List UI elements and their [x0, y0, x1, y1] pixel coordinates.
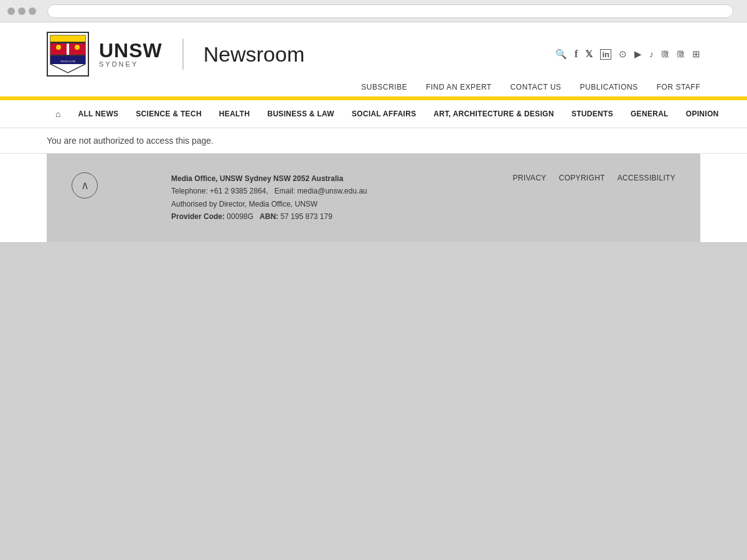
- abn-label: ABN:: [260, 212, 278, 221]
- footer-logo-col: ∧: [72, 172, 146, 211]
- contact-us-link[interactable]: CONTACT US: [510, 83, 561, 91]
- weibo-icon[interactable]: 微: [677, 49, 685, 60]
- top-nav: SUBSCRIBE FIND AN EXPERT CONTACT US PUBL…: [0, 83, 747, 96]
- wechat-icon[interactable]: 微: [661, 49, 669, 60]
- instagram-icon[interactable]: ⊙: [619, 49, 627, 60]
- svg-point-4: [56, 45, 61, 50]
- cat-science-tech[interactable]: SCIENCE & TECH: [127, 101, 210, 127]
- svg-rect-0: [50, 35, 85, 42]
- browser-chrome: [0, 0, 747, 22]
- cat-social-affairs[interactable]: SOCIAL AFFAIRS: [343, 101, 425, 127]
- svg-point-5: [75, 45, 80, 50]
- email-label: Email:: [275, 187, 295, 195]
- logo-text: UNSW SYDNEY: [99, 40, 162, 68]
- page-background: [0, 242, 747, 491]
- scroll-top-icon[interactable]: ∧: [72, 172, 98, 198]
- telephone-number: +61 2 9385 2864,: [210, 187, 268, 195]
- provider-label: Provider Code:: [171, 212, 225, 221]
- cat-all-news[interactable]: ALL NEWS: [69, 101, 127, 127]
- svg-rect-1: [50, 42, 85, 44]
- auth-message-text: You are not authorized to access this pa…: [47, 136, 214, 146]
- tiktok-icon[interactable]: ♪: [649, 49, 654, 59]
- youtube-icon[interactable]: ▶: [634, 49, 642, 60]
- header-divider: [182, 39, 184, 70]
- footer-links: PRIVACY COPYRIGHT ACCESSIBILITY: [513, 172, 675, 182]
- url-bar[interactable]: [47, 4, 733, 18]
- footer-section: ∧ Media Office, UNSW Sydney NSW 2052 Aus…: [47, 154, 700, 242]
- authorised-by: Authorised by Director, Media Office, UN…: [171, 200, 317, 208]
- cat-opinion[interactable]: OPINION: [677, 101, 728, 127]
- category-nav: ⌂ ALL NEWS SCIENCE & TECH HEALTH BUSINES…: [0, 100, 747, 128]
- provider-code: 00098G: [227, 212, 253, 221]
- cat-students[interactable]: STUDENTS: [563, 101, 622, 127]
- logo-sydney-text: SYDNEY: [99, 60, 162, 68]
- search-icon[interactable]: 🔍: [555, 49, 567, 60]
- browser-controls: [7, 7, 36, 15]
- cat-health[interactable]: HEALTH: [210, 101, 259, 127]
- publications-link[interactable]: PUBLICATIONS: [580, 83, 638, 91]
- cat-art-architecture[interactable]: ART, ARCHITECTURE & DESIGN: [425, 101, 563, 127]
- up-arrow-icon: ∧: [81, 179, 89, 192]
- svg-text:SIGILLUM: SIGILLUM: [60, 60, 75, 63]
- email-address: media@unsw.edu.au: [298, 187, 367, 195]
- unsw-shield-logo[interactable]: SIGILLUM: [47, 32, 89, 77]
- home-icon[interactable]: ⌂: [47, 100, 69, 128]
- site-header: SIGILLUM UNSW SYDNEY Newsroom 🔍 f 𝕏 in ⊙…: [0, 22, 747, 83]
- accessibility-link[interactable]: ACCESSIBILITY: [618, 174, 675, 182]
- footer-info: Media Office, UNSW Sydney NSW 2052 Austr…: [171, 172, 488, 223]
- twitter-icon[interactable]: 𝕏: [585, 49, 593, 60]
- copyright-link[interactable]: COPYRIGHT: [559, 174, 605, 182]
- logo-unsw-text: UNSW: [99, 40, 162, 60]
- privacy-link[interactable]: PRIVACY: [513, 174, 547, 182]
- telephone-label: Telephone:: [171, 187, 208, 195]
- office-name: Media Office, UNSW Sydney NSW 2052 Austr…: [171, 174, 343, 183]
- abn-number: 57 195 873 179: [280, 212, 332, 221]
- logo-section: SIGILLUM UNSW SYDNEY Newsroom: [47, 32, 304, 77]
- cat-business-law[interactable]: BUSINESS & LAW: [258, 101, 343, 127]
- browser-dot-close: [7, 7, 15, 15]
- newsroom-title: Newsroom: [204, 42, 304, 67]
- linkedin-icon[interactable]: in: [600, 49, 611, 60]
- for-staff-link[interactable]: FOR STAFF: [657, 83, 700, 91]
- cat-general[interactable]: GENERAL: [622, 101, 677, 127]
- header-social-icons: 🔍 f 𝕏 in ⊙ ▶ ♪ 微 微 ⊞: [555, 49, 700, 60]
- svg-rect-6: [50, 55, 85, 56]
- subscribe-link[interactable]: SUBSCRIBE: [361, 83, 407, 91]
- browser-dot-min: [18, 7, 26, 15]
- auth-message: You are not authorized to access this pa…: [0, 128, 747, 154]
- facebook-icon[interactable]: f: [575, 49, 578, 60]
- browser-dot-max: [29, 7, 36, 15]
- rss-icon[interactable]: ⊞: [692, 49, 700, 60]
- find-expert-link[interactable]: FIND AN EXPERT: [426, 83, 491, 91]
